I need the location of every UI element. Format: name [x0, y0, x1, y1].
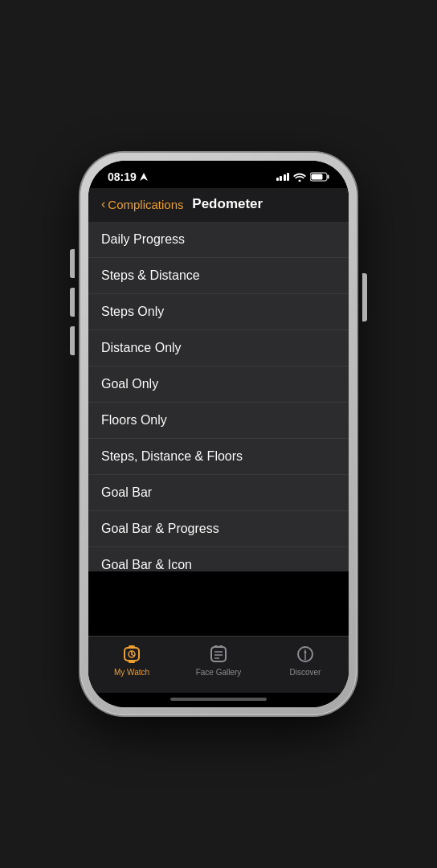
tab-discover-label: Discover — [290, 668, 321, 677]
tab-face-gallery-label: Face Gallery — [196, 668, 242, 677]
signal-bar-1 — [276, 178, 279, 181]
svg-rect-12 — [219, 645, 223, 648]
svg-marker-0 — [140, 173, 148, 181]
list-item[interactable]: Goal Bar — [88, 475, 349, 511]
list-item-text: Floors Only — [101, 413, 167, 428]
list-item-text: Goal Bar — [101, 485, 152, 500]
nav-header: ‹ Complications Pedometer — [88, 188, 349, 222]
svg-rect-11 — [214, 645, 218, 648]
list-container[interactable]: Daily ProgressSteps & DistanceSteps Only… — [88, 222, 349, 571]
signal-bar-2 — [280, 176, 282, 181]
page-title: Pedometer — [184, 196, 272, 212]
list-item-text: Distance Only — [101, 341, 182, 355]
back-label: Complications — [108, 198, 183, 211]
status-icons — [276, 172, 330, 182]
location-icon — [140, 173, 148, 181]
tab-bar: My Watch Face Gallery — [88, 636, 349, 693]
notch — [170, 161, 267, 180]
phone-frame: 08:19 — [80, 153, 357, 715]
svg-marker-17 — [304, 649, 307, 654]
signal-bar-4 — [287, 173, 289, 181]
list-item[interactable]: Steps, Distance & Floors — [88, 439, 349, 475]
svg-rect-2 — [328, 175, 329, 179]
list-item-text: Steps, Distance & Floors — [101, 449, 243, 464]
tab-my-watch[interactable]: My Watch — [88, 643, 175, 677]
list-item[interactable]: Goal Bar & Icon — [88, 547, 349, 571]
screen: 08:19 — [88, 161, 349, 707]
list-item[interactable]: Goal Bar & Progress — [88, 511, 349, 547]
list-item-text: Daily Progress — [101, 232, 185, 247]
list-item[interactable]: Distance Only — [88, 330, 349, 366]
time-display: 08:19 — [108, 170, 137, 183]
discover-icon — [294, 643, 317, 665]
tab-discover[interactable]: Discover — [262, 643, 349, 677]
wifi-icon — [293, 172, 306, 182]
list-item-text: Steps & Distance — [101, 268, 200, 283]
signal-bar-3 — [284, 174, 286, 181]
list-item[interactable]: Steps & Distance — [88, 258, 349, 294]
svg-rect-3 — [312, 174, 323, 180]
list-item[interactable]: Floors Only — [88, 403, 349, 439]
face-gallery-icon — [207, 643, 230, 665]
list-item-text: Goal Only — [101, 377, 158, 391]
list-item-text: Steps Only — [101, 305, 164, 319]
signal-bars-icon — [276, 173, 290, 181]
tab-my-watch-label: My Watch — [114, 668, 149, 677]
tab-face-gallery[interactable]: Face Gallery — [175, 643, 262, 677]
list-item-text: Goal Bar & Icon — [101, 558, 192, 571]
list-item[interactable]: Steps Only — [88, 294, 349, 330]
battery-icon — [310, 172, 329, 182]
phone-screen: 08:19 — [88, 161, 349, 707]
status-time: 08:19 — [108, 170, 148, 183]
back-chevron-icon: ‹ — [101, 197, 105, 211]
home-bar — [170, 698, 267, 701]
list-item[interactable]: Goal Only — [88, 366, 349, 403]
svg-line-9 — [132, 654, 134, 656]
svg-rect-10 — [211, 647, 226, 661]
my-watch-icon — [120, 643, 143, 665]
empty-area — [88, 571, 349, 636]
home-indicator — [88, 693, 349, 707]
list-item[interactable]: Daily Progress — [88, 222, 349, 258]
back-button[interactable]: ‹ Complications — [101, 197, 184, 211]
list-item-text: Goal Bar & Progress — [101, 522, 219, 536]
